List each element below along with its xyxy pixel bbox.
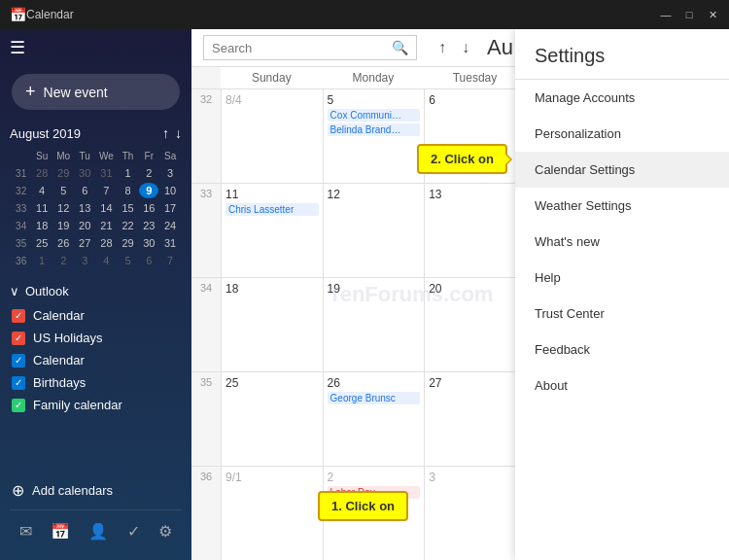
cal-event[interactable]: Belinda Brand… [328,123,421,136]
mini-day[interactable]: 15 [119,200,138,216]
calendar-item-family[interactable]: ✓ Family calendar [10,394,182,416]
search-box[interactable]: 🔍 [203,35,417,60]
mail-icon[interactable]: ✉ [16,518,36,544]
cal-day-aug26[interactable]: 26 George Brunsc [323,372,425,466]
settings-item-personalization[interactable]: Personalization [515,116,729,152]
search-input[interactable] [212,41,392,55]
mini-day[interactable]: 2 [139,165,158,181]
calendar-label-2: Calendar [33,353,85,368]
mini-day[interactable]: 18 [32,218,52,233]
add-calendars-label: Add calendars [32,483,113,498]
mini-day[interactable]: 7 [96,183,117,198]
mini-day[interactable]: 14 [96,200,117,216]
cal-day-sep1[interactable]: 9/1 [221,467,323,560]
settings-item-weather-settings[interactable]: Weather Settings [515,188,729,224]
outlook-header[interactable]: ∨ Outlook [10,284,182,298]
mini-day[interactable]: 3 [75,253,94,268]
settings-item-feedback[interactable]: Feedback [515,332,729,368]
mini-day[interactable]: 30 [75,165,94,181]
mini-day[interactable]: 10 [160,183,180,198]
day-number: 11 [226,188,319,201]
mini-day[interactable]: 26 [53,235,73,251]
cal-event[interactable]: Chris Lassetter [226,203,319,216]
mini-day[interactable]: 29 [53,165,73,181]
mini-day[interactable]: 6 [75,183,94,198]
mini-day[interactable]: 25 [32,235,52,251]
mini-day[interactable]: 19 [53,218,73,233]
nav-down-button[interactable]: ↓ [456,37,475,58]
mini-day[interactable]: 31 [96,165,117,181]
minimize-button[interactable]: — [659,8,673,21]
mini-day[interactable]: 29 [119,235,138,251]
mini-day[interactable]: 23 [139,218,158,233]
mini-day[interactable]: 11 [32,200,52,216]
checkmark-icon[interactable]: ✓ [123,518,144,544]
settings-item-manage-accounts[interactable]: Manage Accounts [515,80,729,116]
settings-icon[interactable]: ⚙ [155,518,176,544]
mini-day[interactable]: 12 [53,200,73,216]
mini-day[interactable]: 4 [96,253,117,268]
cal-day-aug25[interactable]: 25 [221,372,323,466]
cal-day-aug12[interactable]: 12 [323,184,425,277]
settings-item-whats-new[interactable]: What's new [515,224,729,260]
settings-item-help[interactable]: Help [515,260,729,296]
mini-day[interactable]: 21 [96,218,117,233]
mini-cal-grid: Su Mo Tu We Th Fr Sa 31 28 29 30 31 1 2 … [10,147,182,270]
mini-day[interactable]: 1 [119,165,138,181]
week-num-33: 33 [12,200,30,216]
mini-day[interactable]: 16 [139,200,158,216]
mini-day[interactable]: 5 [53,183,73,198]
mini-day[interactable]: 4 [32,183,52,198]
cal-day-aug4[interactable]: 8/4 [221,89,323,183]
nav-up-button[interactable]: ↑ [433,37,452,58]
mini-day[interactable]: 13 [75,200,94,216]
mini-day[interactable]: 28 [32,165,52,181]
calendar-item-us-holidays[interactable]: ✓ US Holidays [10,327,182,349]
close-button[interactable]: ✕ [706,8,719,21]
mini-day[interactable]: 8 [119,183,138,198]
mini-day[interactable]: 20 [75,218,94,233]
mini-day[interactable]: 7 [160,253,180,268]
day-header-sa: Sa [160,149,180,163]
calendar-item-1[interactable]: ✓ Calendar [10,304,182,327]
day-number: 3 [429,471,522,484]
mini-day[interactable]: 2 [53,253,73,268]
titlebar: 📅 Calendar — □ ✕ [0,0,729,29]
cal-day-aug13[interactable]: 13 [424,184,526,277]
cal-day-aug20[interactable]: 20 [424,278,526,371]
mini-day[interactable]: 3 [160,165,180,181]
mini-day[interactable]: 28 [96,235,117,251]
mini-cal-next[interactable]: ↓ [175,125,182,141]
mini-day[interactable]: 30 [139,235,158,251]
calendar-icon[interactable]: 📅 [47,518,74,544]
calendar-checkbox-family: ✓ [12,399,25,412]
calendar-item-2[interactable]: ✓ Calendar [10,349,182,371]
mini-day[interactable]: 27 [75,235,94,251]
settings-item-trust-center[interactable]: Trust Center [515,296,729,332]
mini-day[interactable]: 5 [119,253,138,268]
mini-day[interactable]: 31 [160,235,180,251]
mini-day[interactable]: 6 [139,253,158,268]
cal-day-aug11[interactable]: 11 Chris Lassetter [221,184,323,277]
mini-day[interactable]: 17 [160,200,180,216]
mini-day[interactable]: 24 [160,218,180,233]
settings-item-about[interactable]: About [515,368,729,403]
people-icon[interactable]: 👤 [85,518,112,544]
cal-day-aug27[interactable]: 27 [424,372,526,466]
calendar-item-birthdays[interactable]: ✓ Birthdays [10,371,182,394]
hamburger-icon[interactable]: ☰ [10,37,25,58]
cal-day-aug18[interactable]: 18 [221,278,323,371]
cal-day-aug19[interactable]: 19 [323,278,425,371]
settings-item-calendar-settings[interactable]: Calendar Settings [515,152,729,188]
cal-event[interactable]: George Brunsc [328,392,421,404]
mini-day-today[interactable]: 9 [139,183,158,198]
cal-day-aug5[interactable]: 5 Cox Communi… Belinda Brand… [323,89,425,183]
add-calendars-button[interactable]: ⊕ Add calendars [10,475,182,506]
mini-day[interactable]: 1 [32,253,52,268]
mini-day[interactable]: 22 [119,218,138,233]
maximize-button[interactable]: □ [682,8,696,21]
mini-cal-prev[interactable]: ↑ [162,125,169,141]
cal-day-sep3[interactable]: 3 [424,467,526,560]
new-event-button[interactable]: + New event [12,74,180,110]
cal-event[interactable]: Cox Communi… [328,109,421,122]
